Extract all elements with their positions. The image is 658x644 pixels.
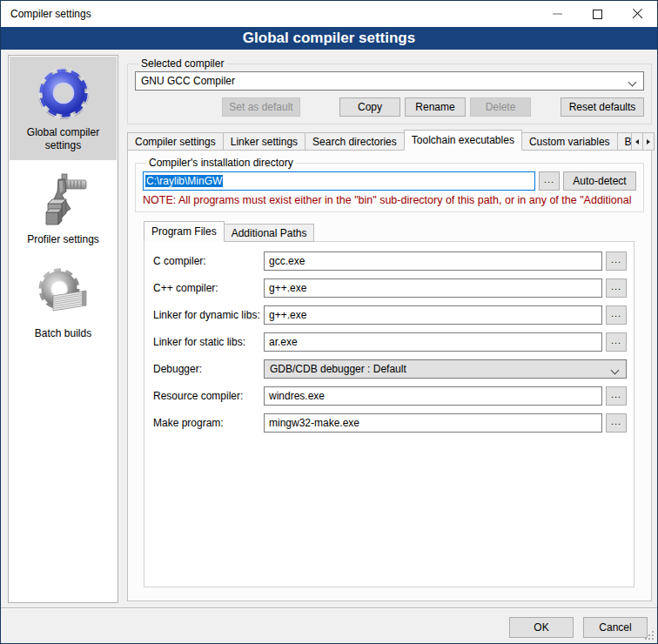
field-label: Debugger: <box>153 363 264 375</box>
set-as-default-button[interactable]: Set as default <box>222 97 300 117</box>
gray-gear-stack-icon <box>36 266 91 322</box>
field-label: C++ compiler: <box>153 282 264 294</box>
field-row-linker-dynamic: Linker for dynamic libs: g++.exe ... <box>153 305 627 325</box>
browse-resource-compiler-button[interactable]: ... <box>606 386 627 406</box>
browse-cpp-compiler-button[interactable]: ... <box>606 278 627 298</box>
c-compiler-input[interactable]: gcc.exe <box>264 252 602 271</box>
tab-search-directories[interactable]: Search directories <box>305 132 405 151</box>
toolchain-executables-page: Compiler's installation directory C:\ray… <box>127 150 652 601</box>
tab-toolchain-executables[interactable]: Toolchain executables <box>404 130 522 151</box>
footer-divider <box>1 607 657 609</box>
selected-text: C:\raylib\MinGW <box>145 175 223 187</box>
make-program-input[interactable]: mingw32-make.exe <box>264 413 602 433</box>
field-label: Make program: <box>153 417 264 429</box>
installation-directory-input[interactable]: C:\raylib\MinGW <box>143 171 535 191</box>
field-row-cpp-compiler: C++ compiler: g++.exe ... <box>153 278 627 298</box>
tab-program-files[interactable]: Program Files <box>144 221 225 242</box>
settings-tab-bar: Compiler settings Linker settings Search… <box>127 130 652 151</box>
reset-defaults-button[interactable]: Reset defaults <box>561 97 644 117</box>
close-button[interactable] <box>617 1 657 27</box>
caliper-icon <box>36 172 91 228</box>
sidebar-item-label: Batch builds <box>35 327 91 340</box>
field-label: Linker for dynamic libs: <box>153 309 264 321</box>
installation-directory-legend: Compiler's installation directory <box>146 157 296 169</box>
selected-compiler-group: Selected compiler GNU GCC Compiler Set a… <box>127 57 652 124</box>
tab-scroll-left-button[interactable] <box>631 132 643 151</box>
copy-button[interactable]: Copy <box>339 97 400 117</box>
sidebar-item-label: Global compiler settings <box>16 126 111 152</box>
minimize-icon <box>553 13 562 15</box>
dialog-banner: Global compiler settings <box>1 27 657 50</box>
chevron-down-icon <box>611 366 620 375</box>
cancel-button[interactable]: Cancel <box>583 617 648 638</box>
sidebar-item-batch-builds[interactable]: Batch builds <box>10 258 117 348</box>
chevron-down-icon <box>628 78 637 87</box>
field-row-c-compiler: C compiler: gcc.exe ... <box>153 252 627 271</box>
cpp-compiler-input[interactable]: g++.exe <box>264 278 602 298</box>
installation-directory-row: C:\raylib\MinGW ... Auto-detect <box>143 171 636 191</box>
minimize-button[interactable] <box>537 1 577 27</box>
browse-linker-dynamic-button[interactable]: ... <box>606 305 627 325</box>
sidebar-item-label: Profiler settings <box>27 233 99 246</box>
field-value: gcc.exe <box>269 255 305 267</box>
field-value: mingw32-make.exe <box>269 417 359 429</box>
selected-compiler-legend: Selected compiler <box>138 57 226 70</box>
maximize-icon <box>593 10 602 19</box>
browse-linker-static-button[interactable]: ... <box>606 332 627 352</box>
compiler-select-value: GNU GCC Compiler <box>141 75 235 87</box>
field-row-linker-static: Linker for static libs: ar.exe ... <box>153 332 627 352</box>
blue-gear-icon <box>36 65 91 121</box>
ok-button[interactable]: OK <box>509 617 574 638</box>
tab-scroll-arrows <box>632 132 655 151</box>
settings-category-list: Global compiler settings <box>8 55 118 603</box>
field-value: g++.exe <box>269 282 306 294</box>
sidebar-item-profiler-settings[interactable]: Profiler settings <box>10 164 117 254</box>
debugger-select-value: GDB/CDB debugger : Default <box>270 363 406 375</box>
maximize-button[interactable] <box>577 1 617 27</box>
delete-button[interactable]: Delete <box>470 97 531 117</box>
compiler-settings-dialog: Compiler settings Global compiler settin… <box>0 0 658 644</box>
arrow-left-icon <box>635 139 639 144</box>
browse-directory-button[interactable]: ... <box>539 171 560 191</box>
tab-compiler-settings[interactable]: Compiler settings <box>127 132 224 151</box>
rename-button[interactable]: Rename <box>405 97 466 117</box>
resize-grip[interactable] <box>652 638 654 640</box>
compiler-select[interactable]: GNU GCC Compiler <box>135 71 644 91</box>
tab-custom-variables[interactable]: Custom variables <box>521 132 618 151</box>
tab-additional-paths[interactable]: Additional Paths <box>224 224 315 242</box>
close-icon <box>632 9 643 20</box>
field-row-make-program: Make program: mingw32-make.exe ... <box>153 413 627 433</box>
installation-directory-group: Compiler's installation directory C:\ray… <box>135 157 644 212</box>
field-value: ar.exe <box>269 336 298 348</box>
resource-compiler-input[interactable]: windres.exe <box>264 386 602 406</box>
browse-c-compiler-button[interactable]: ... <box>606 252 627 271</box>
title-bar: Compiler settings <box>1 1 657 27</box>
field-label: Linker for static libs: <box>153 336 264 348</box>
field-label: C compiler: <box>153 255 264 267</box>
debugger-select[interactable]: GDB/CDB debugger : Default <box>264 359 627 379</box>
programs-tab-bar: Program Files Additional Paths <box>144 221 651 242</box>
field-value: windres.exe <box>269 390 325 402</box>
linker-static-input[interactable]: ar.exe <box>264 332 602 352</box>
field-row-resource-compiler: Resource compiler: windres.exe ... <box>153 386 627 406</box>
window-title: Compiler settings <box>1 8 537 20</box>
linker-dynamic-input[interactable]: g++.exe <box>264 305 602 325</box>
field-row-debugger: Debugger: GDB/CDB debugger : Default <box>153 359 627 379</box>
tab-linker-settings[interactable]: Linker settings <box>223 132 306 151</box>
program-files-page: C compiler: gcc.exe ... C++ compiler: g+… <box>144 241 634 587</box>
compiler-actions: Set as default Copy Rename Delete Reset … <box>135 97 644 117</box>
auto-detect-button[interactable]: Auto-detect <box>563 171 636 191</box>
field-label: Resource compiler: <box>153 390 264 402</box>
main-panel: Selected compiler GNU GCC Compiler Set a… <box>127 55 652 601</box>
bin-subdirectory-note: NOTE: All programs must exist either in … <box>143 194 636 206</box>
tab-scroll-right-button[interactable] <box>642 132 655 151</box>
browse-make-program-button[interactable]: ... <box>606 413 627 433</box>
arrow-right-icon <box>647 139 650 144</box>
sidebar-item-global-compiler-settings[interactable]: Global compiler settings <box>10 57 117 160</box>
field-value: g++.exe <box>269 309 306 321</box>
